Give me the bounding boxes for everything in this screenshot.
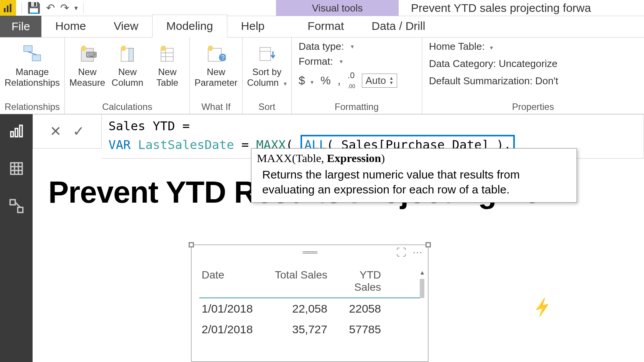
- more-options-icon[interactable]: ⋯: [412, 247, 422, 259]
- manage-relationships-label: Manage Relationships: [5, 67, 60, 88]
- focus-mode-icon[interactable]: ⛶: [396, 247, 406, 259]
- data-view-button[interactable]: [7, 159, 26, 178]
- table-visual[interactable]: ═══ ⛶ ⋯ Date Total Sales YTD Sales 1/01/…: [191, 244, 429, 362]
- tab-view[interactable]: View: [100, 15, 152, 37]
- svg-rect-25: [20, 125, 22, 137]
- quick-access-toolbar: 💾 ↶ ↷ ▾: [16, 2, 89, 14]
- svg-line-33: [15, 202, 20, 207]
- visual-tools-contextual-tab: Visual tools: [276, 0, 399, 16]
- svg-rect-0: [4, 8, 5, 12]
- document-title: Prevent YTD sales projecting forwa: [411, 2, 591, 15]
- tab-data-drill[interactable]: Data / Drill: [358, 15, 439, 37]
- new-parameter-label: New Parameter: [194, 67, 237, 88]
- table-row[interactable]: 2/01/2018 35,727 57785: [199, 319, 420, 340]
- ribbon-tabs: File Home View Modeling Help Format Data…: [0, 16, 644, 38]
- table-icon: [156, 43, 178, 64]
- svg-rect-23: [11, 132, 13, 137]
- relationships-icon: [21, 43, 43, 64]
- group-relationships-label: Relationships: [5, 100, 60, 112]
- commit-formula-button[interactable]: ✓: [73, 123, 84, 139]
- col-header-date[interactable]: Date: [199, 265, 268, 297]
- data-category-label[interactable]: Data Category: Uncategorize: [429, 58, 558, 70]
- currency-button[interactable]: $ ▾: [299, 74, 314, 87]
- svg-point-16: [161, 46, 166, 51]
- report-view-button[interactable]: [7, 122, 26, 140]
- tooltip-signature: MAXX(Table, Expression): [257, 152, 571, 165]
- intellisense-tooltip: MAXX(Table, Expression) Returns the larg…: [251, 148, 577, 203]
- tab-help[interactable]: Help: [227, 15, 279, 37]
- svg-rect-21: [260, 48, 271, 61]
- col-header-ytd-sales[interactable]: YTD Sales: [330, 265, 383, 297]
- data-type-label: Data type:: [299, 41, 344, 52]
- sort-by-column-button[interactable]: Sort by Column ▾: [247, 41, 287, 88]
- group-sort-label: Sort: [258, 100, 275, 112]
- svg-point-7: [81, 46, 86, 51]
- svg-rect-10: [129, 48, 133, 61]
- sort-icon: [256, 43, 278, 64]
- format-label: Format:: [299, 56, 333, 67]
- group-calculations-label: Calculations: [102, 100, 152, 112]
- svg-rect-2: [10, 4, 11, 12]
- qat-more-button[interactable]: ▾: [74, 4, 78, 12]
- thousands-separator-button[interactable]: ,: [338, 74, 341, 87]
- data-type-dropdown[interactable]: ▾: [351, 43, 354, 50]
- svg-point-20: [208, 46, 213, 51]
- percent-button[interactable]: %: [320, 74, 331, 87]
- cancel-formula-button[interactable]: ✕: [50, 123, 61, 139]
- save-button[interactable]: 💾: [27, 2, 41, 14]
- format-dropdown[interactable]: ▾: [340, 58, 343, 65]
- group-calculations: ⌨ New Measure New Column New Table Calcu…: [65, 38, 190, 114]
- new-table-button[interactable]: New Table: [150, 41, 185, 88]
- default-summarization-label[interactable]: Default Summarization: Don't: [429, 75, 558, 87]
- parameter-icon: ?: [205, 43, 227, 64]
- resize-handle-tl[interactable]: [189, 242, 194, 247]
- svg-rect-4: [32, 55, 41, 61]
- home-table-label: Home Table:: [429, 41, 485, 52]
- svg-line-5: [28, 52, 36, 55]
- svg-rect-1: [7, 5, 8, 12]
- new-column-button[interactable]: New Column: [110, 41, 145, 88]
- visual-drag-handle[interactable]: ═══: [303, 248, 317, 257]
- svg-text:?: ?: [221, 54, 225, 61]
- svg-rect-26: [11, 163, 22, 174]
- visual-scrollbar[interactable]: ▴: [419, 268, 426, 359]
- svg-rect-24: [15, 128, 18, 137]
- svg-rect-3: [24, 46, 32, 52]
- app-icon: [0, 0, 16, 16]
- tab-home[interactable]: Home: [41, 15, 100, 37]
- group-properties-label: Properties: [512, 102, 554, 112]
- home-table-dropdown[interactable]: ▾: [490, 44, 493, 51]
- svg-rect-31: [10, 200, 15, 205]
- undo-button[interactable]: ↶: [46, 2, 55, 14]
- group-formatting: Data type:▾ Format:▾ $ ▾ % , .0.00 Auto …: [292, 38, 422, 114]
- group-whatif-label: What If: [201, 100, 230, 112]
- group-formatting-label: Formatting: [335, 100, 379, 112]
- tab-modeling[interactable]: Modeling: [152, 15, 227, 38]
- decimal-places-icon: .0.00: [348, 70, 355, 90]
- col-header-total-sales[interactable]: Total Sales: [268, 265, 330, 297]
- group-relationships: Manage Relationships Relationships: [0, 38, 65, 114]
- tab-format[interactable]: Format: [294, 15, 358, 37]
- new-column-label: New Column: [112, 67, 143, 88]
- model-view-button[interactable]: [7, 197, 26, 215]
- table-row[interactable]: 1/01/2018 22,058 22058: [199, 298, 420, 319]
- new-table-label: New Table: [156, 67, 178, 88]
- tooltip-description: Returns the largest numeric value that r…: [257, 167, 571, 197]
- decimal-places-input[interactable]: Auto ▲▼: [362, 74, 397, 88]
- column-icon: [117, 43, 138, 64]
- svg-rect-32: [18, 207, 23, 212]
- tab-file[interactable]: File: [0, 16, 41, 37]
- resize-handle-tr[interactable]: [426, 242, 431, 247]
- decimal-spinner[interactable]: ▲▼: [389, 76, 394, 85]
- new-measure-button[interactable]: ⌨ New Measure: [69, 41, 105, 88]
- svg-text:⌨: ⌨: [86, 51, 97, 59]
- new-parameter-button[interactable]: ? New Parameter: [194, 41, 237, 88]
- manage-relationships-button[interactable]: Manage Relationships: [5, 41, 60, 88]
- group-whatif: ? New Parameter What If: [190, 38, 242, 114]
- ribbon: Manage Relationships Relationships ⌨ New…: [0, 38, 644, 114]
- group-properties: Home Table: ▾ Data Category: Uncategoriz…: [422, 38, 644, 114]
- title-bar: 💾 ↶ ↷ ▾ Visual tools Prevent YTD sales p…: [0, 0, 644, 16]
- formula-area: ✕ ✓ Sales YTD = VAR LastSalesDate = MAXX…: [33, 114, 644, 159]
- redo-button[interactable]: ↷: [60, 2, 69, 14]
- svg-point-11: [121, 46, 126, 51]
